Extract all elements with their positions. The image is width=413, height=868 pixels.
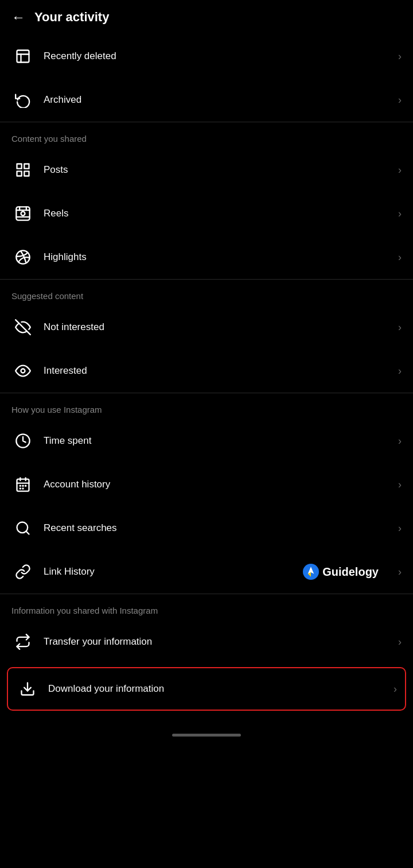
information-shared-section-label: Information you shared with Instagram [0, 594, 413, 620]
download-information-chevron: › [393, 683, 397, 695]
suggested-content-section-label: Suggested content [0, 280, 413, 305]
highlights-label: Highlights [44, 251, 398, 263]
recent-searches-label: Recent searches [44, 522, 398, 534]
content-shared-section-label: Content you shared [0, 122, 413, 148]
recently-deleted-icon [11, 45, 34, 68]
highlights-item[interactable]: Highlights › [0, 235, 413, 279]
transfer-information-chevron: › [398, 636, 402, 648]
highlights-chevron: › [398, 251, 402, 264]
archived-chevron: › [398, 94, 402, 106]
transfer-icon [11, 630, 34, 653]
not-interested-icon [11, 316, 34, 339]
home-indicator [172, 734, 241, 737]
download-information-item[interactable]: Download your information › [7, 667, 406, 711]
reels-label: Reels [44, 208, 398, 219]
svg-rect-4 [24, 164, 29, 169]
account-history-item[interactable]: Account history › [0, 463, 413, 506]
account-history-label: Account history [44, 479, 398, 490]
posts-item[interactable]: Posts › [0, 148, 413, 192]
interested-chevron: › [398, 365, 402, 377]
recently-deleted-chevron: › [398, 51, 402, 63]
time-spent-label: Time spent [44, 435, 398, 447]
link-history-icon [11, 560, 34, 583]
interested-label: Interested [44, 365, 398, 377]
svg-rect-7 [16, 207, 29, 220]
recently-deleted-item[interactable]: Recently deleted › [0, 34, 413, 78]
time-spent-icon [11, 429, 34, 452]
recent-searches-chevron: › [398, 522, 402, 534]
reels-chevron: › [398, 208, 402, 220]
recent-searches-item[interactable]: Recent searches › [0, 506, 413, 550]
not-interested-chevron: › [398, 321, 402, 334]
download-icon [16, 677, 39, 700]
page-title: Your activity [34, 10, 109, 25]
highlights-icon [11, 246, 34, 269]
not-interested-item[interactable]: Not interested › [0, 305, 413, 349]
svg-rect-3 [17, 164, 22, 169]
how-you-use-section-label: How you use Instagram [0, 393, 413, 419]
archived-label: Archived [44, 94, 398, 106]
interested-item[interactable]: Interested › [0, 349, 413, 393]
svg-rect-6 [17, 171, 22, 176]
not-interested-label: Not interested [44, 321, 398, 333]
svg-point-15 [21, 369, 25, 373]
interested-icon [11, 359, 34, 382]
page-header: ← Your activity [0, 0, 413, 34]
link-history-chevron: › [398, 566, 402, 578]
recent-searches-icon [11, 517, 34, 540]
reels-icon [11, 202, 34, 225]
link-history-label: Link History [44, 566, 398, 578]
time-spent-chevron: › [398, 435, 402, 447]
back-button[interactable]: ← [11, 9, 25, 25]
posts-icon [11, 158, 34, 181]
posts-chevron: › [398, 164, 402, 176]
posts-label: Posts [44, 164, 398, 176]
svg-line-27 [26, 531, 29, 534]
svg-rect-5 [24, 171, 29, 176]
recently-deleted-label: Recently deleted [44, 51, 398, 62]
reels-item[interactable]: Reels › [0, 192, 413, 235]
svg-rect-0 [17, 51, 29, 63]
transfer-information-label: Transfer your information [44, 636, 398, 648]
transfer-information-item[interactable]: Transfer your information › [0, 620, 413, 664]
archived-icon [11, 88, 34, 111]
account-history-icon [11, 473, 34, 496]
link-history-item[interactable]: Link History Guidelogy › [0, 550, 413, 594]
time-spent-item[interactable]: Time spent › [0, 419, 413, 463]
download-information-label: Download your information [48, 683, 393, 695]
archived-item[interactable]: Archived › [0, 78, 413, 122]
svg-point-8 [21, 212, 25, 216]
account-history-chevron: › [398, 479, 402, 491]
